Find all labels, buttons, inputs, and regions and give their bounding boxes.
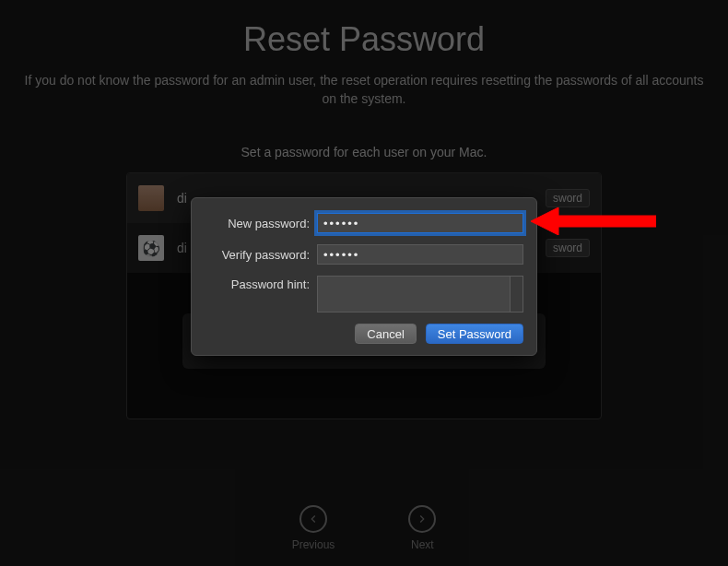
cancel-button[interactable]: Cancel — [355, 324, 416, 344]
nav-next-label: Next — [411, 538, 434, 551]
set-password-row-button[interactable]: sword — [546, 239, 590, 257]
annotation-arrow-icon — [531, 207, 656, 235]
nav-previous[interactable]: Previous — [292, 505, 335, 551]
avatar: ⚽ — [138, 235, 164, 261]
page-subtitle: If you do not know the password for an a… — [0, 72, 728, 108]
set-password-row-button[interactable]: sword — [546, 189, 590, 207]
arrow-right-icon — [408, 505, 436, 533]
new-password-input[interactable]: •••••• — [317, 213, 523, 233]
password-hint-key-button[interactable] — [511, 276, 523, 312]
page-title: Reset Password — [0, 20, 728, 59]
new-password-label: New password: — [205, 217, 310, 230]
password-hint-input[interactable] — [317, 276, 511, 312]
verify-password-input[interactable]: •••••• — [317, 244, 523, 265]
set-password-button[interactable]: Set Password — [426, 324, 523, 344]
password-hint-label: Password hint: — [205, 276, 310, 291]
set-password-modal: New password: •••••• Verify password: ••… — [191, 197, 537, 356]
avatar — [138, 185, 164, 211]
page-prompt: Set a password for each user on your Mac… — [0, 145, 728, 159]
svg-marker-0 — [531, 207, 656, 235]
bottom-nav: Previous Next — [0, 505, 728, 551]
verify-password-label: Verify password: — [205, 248, 310, 262]
nav-previous-label: Previous — [292, 538, 335, 551]
nav-next[interactable]: Next — [408, 505, 436, 551]
arrow-left-icon — [299, 505, 327, 533]
